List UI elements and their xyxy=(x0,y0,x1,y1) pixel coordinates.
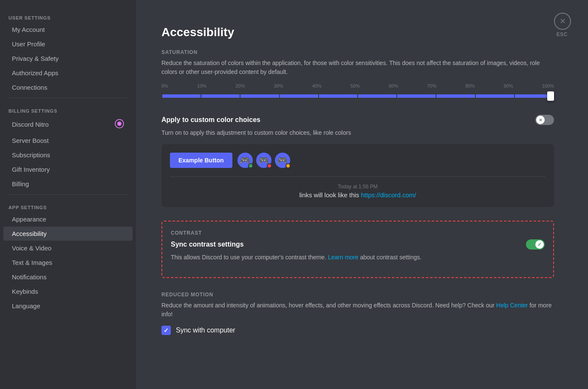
preview-time: Today at 1:56 PM xyxy=(170,184,546,190)
sidebar-item-label: Privacy & Safety xyxy=(12,55,59,62)
sidebar-item-label: Discord Nitro xyxy=(12,121,49,128)
sidebar-item-subscriptions[interactable]: Subscriptions xyxy=(3,148,133,162)
saturation-section-label: SATURATION xyxy=(161,49,554,55)
user-settings-label: USER SETTINGS xyxy=(0,9,136,22)
sidebar-item-connections[interactable]: Connections xyxy=(3,80,133,94)
contrast-sync-row: Sync contrast settings xyxy=(171,239,545,250)
apply-custom-label: Apply to custom color choices xyxy=(161,116,260,124)
sidebar-item-language[interactable]: Language xyxy=(3,299,133,313)
sidebar-item-label: Voice & Video xyxy=(12,244,51,252)
sidebar-item-label: Notifications xyxy=(12,273,47,281)
avatar-3: 🎮 xyxy=(275,153,290,168)
contrast-sync-toggle[interactable] xyxy=(526,239,545,250)
sidebar-item-my-account[interactable]: My Account xyxy=(3,23,133,37)
preview-message: Today at 1:56 PM links will look like th… xyxy=(170,176,546,199)
sidebar-item-label: Connections xyxy=(12,84,47,91)
sidebar-item-billing[interactable]: Billing xyxy=(3,177,133,191)
toggle-knob xyxy=(536,116,545,124)
sidebar-item-label: Gift Inventory xyxy=(12,166,50,173)
status-dot-online xyxy=(248,163,253,168)
sidebar-item-label: Language xyxy=(12,302,40,309)
contrast-section: CONTRAST Sync contrast settings This all… xyxy=(161,221,554,278)
billing-settings-label: BILLING SETTINGS xyxy=(0,102,136,115)
sidebar-item-label: Accessibility xyxy=(12,230,47,237)
contrast-section-label: CONTRAST xyxy=(171,230,545,236)
esc-label: ESC xyxy=(557,31,568,37)
sidebar-item-label: Authorized Apps xyxy=(12,69,58,77)
reduced-motion-label: REDUCED MOTION xyxy=(161,292,554,298)
page-title: Accessibility xyxy=(161,26,554,39)
preview-box: Example Button 🎮 🎮 🎮 To xyxy=(161,144,554,207)
sidebar-item-authorized-apps[interactable]: Authorized Apps xyxy=(3,66,133,80)
sidebar-item-notifications[interactable]: Notifications xyxy=(3,270,133,284)
sidebar: USER SETTINGS My Account User Profile Pr… xyxy=(0,0,136,389)
slider-labels: 0% 10% 20% 30% 40% 50% 60% 70% 80% 90% 1… xyxy=(161,83,554,88)
saturation-slider-container: 0% 10% 20% 30% 40% 50% 60% 70% 80% 90% 1… xyxy=(161,83,554,101)
contrast-sync-label: Sync contrast settings xyxy=(171,241,244,248)
preview-link-text: links will look like this https://discor… xyxy=(170,191,546,199)
app-settings-label: APP SETTINGS xyxy=(0,198,136,212)
sidebar-item-label: Text & Images xyxy=(12,259,52,266)
saturation-slider-thumb[interactable] xyxy=(547,91,554,101)
avatar-1: 🎮 xyxy=(237,153,253,168)
example-button[interactable]: Example Button xyxy=(170,153,232,168)
divider-1 xyxy=(8,98,127,98)
reduced-motion-description: Reduce the amount and intensity of anima… xyxy=(161,301,554,319)
sidebar-item-gift-inventory[interactable]: Gift Inventory xyxy=(3,162,133,176)
learn-more-link[interactable]: Learn more xyxy=(328,254,359,261)
sync-computer-label: Sync with computer xyxy=(176,327,235,334)
sync-with-computer-row: Sync with computer xyxy=(161,326,554,335)
sidebar-item-keybinds[interactable]: Keybinds xyxy=(3,284,133,298)
toggle-knob-contrast xyxy=(535,240,544,249)
status-dot-dnd xyxy=(267,163,272,168)
sidebar-item-label: User Profile xyxy=(12,40,45,48)
main-content: ✕ ESC Accessibility SATURATION Reduce th… xyxy=(136,0,588,389)
nitro-icon xyxy=(115,119,124,130)
sync-computer-checkbox[interactable] xyxy=(161,326,171,335)
sidebar-item-privacy-safety[interactable]: Privacy & Safety xyxy=(3,51,133,65)
sidebar-item-accessibility[interactable]: Accessibility xyxy=(3,227,133,241)
apply-custom-description: Turn on to apply this adjustment to cust… xyxy=(161,128,554,137)
apply-custom-row: Apply to custom color choices xyxy=(161,115,554,125)
sidebar-item-server-boost[interactable]: Server Boost xyxy=(3,133,133,148)
apply-custom-toggle[interactable] xyxy=(535,115,554,125)
sidebar-item-label: Appearance xyxy=(12,216,46,223)
preview-link[interactable]: https://discord.com/ xyxy=(361,191,416,199)
status-dot-idle xyxy=(286,163,291,168)
sidebar-item-discord-nitro[interactable]: Discord Nitro xyxy=(3,116,133,133)
sidebar-item-voice-video[interactable]: Voice & Video xyxy=(3,241,133,255)
avatar-group: 🎮 🎮 🎮 xyxy=(237,153,290,168)
sidebar-item-label: Billing xyxy=(12,180,29,187)
preview-top: Example Button 🎮 🎮 🎮 xyxy=(170,153,546,168)
close-button[interactable]: ✕ xyxy=(554,13,571,30)
divider-2 xyxy=(8,194,127,195)
sidebar-item-label: Keybinds xyxy=(12,288,38,295)
help-center-link[interactable]: Help Center xyxy=(496,302,528,309)
contrast-sync-description: This allows Discord to use your computer… xyxy=(171,253,545,262)
sidebar-item-user-profile[interactable]: User Profile xyxy=(3,37,133,51)
avatar-2: 🎮 xyxy=(256,153,271,168)
sidebar-item-label: My Account xyxy=(12,26,45,33)
saturation-description: Reduce the saturation of colors within t… xyxy=(161,59,554,77)
sidebar-item-label: Subscriptions xyxy=(12,151,50,159)
sidebar-item-label: Server Boost xyxy=(12,137,49,144)
sidebar-item-appearance[interactable]: Appearance xyxy=(3,212,133,226)
sidebar-item-text-images[interactable]: Text & Images xyxy=(3,256,133,270)
close-icon: ✕ xyxy=(560,17,566,26)
